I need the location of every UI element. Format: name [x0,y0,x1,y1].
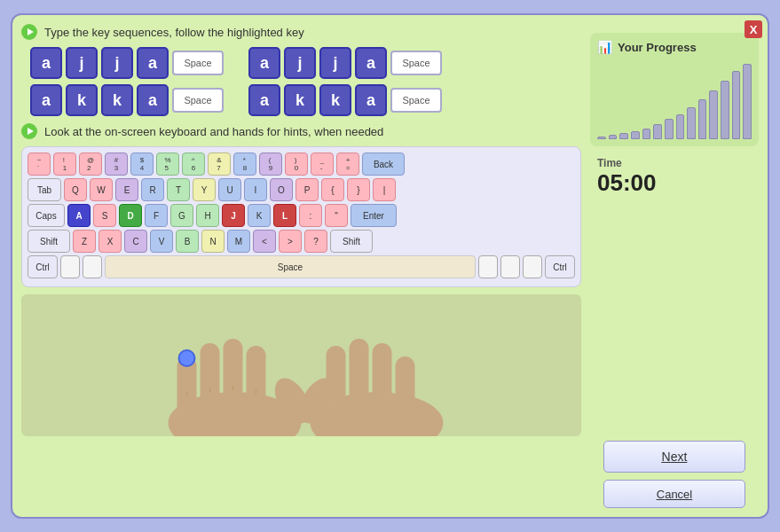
kb-key-minus[interactable]: _- [311,153,334,176]
bar-4 [642,129,651,139]
timer-label: Time [597,157,752,169]
kb-key-j[interactable]: J [222,204,245,227]
kb-key-menu[interactable] [523,255,542,278]
space-box-2: Space [390,51,442,75]
bar-3 [631,131,640,139]
kb-key-lshift[interactable]: Shift [28,230,70,253]
bar-8 [687,107,696,139]
kb-key-f[interactable]: F [145,204,168,227]
kb-key-c[interactable]: C [124,230,147,253]
key-j-3: j [284,47,316,79]
kb-key-q[interactable]: Q [64,178,87,201]
kb-key-rbracket[interactable]: } [347,178,370,201]
kb-row-2: Caps A S D F G H J K L : " Enter [28,204,575,227]
kb-key-r[interactable]: R [141,178,164,201]
kb-key-semicolon[interactable]: : [299,204,322,227]
kb-key-y[interactable]: Y [193,178,216,201]
play-icon-2[interactable] [21,123,37,139]
bar-5 [653,124,662,139]
kb-key-equals[interactable]: += [336,153,359,176]
kb-key-7[interactable]: &7 [208,153,231,176]
kb-key-l[interactable]: L [273,204,296,227]
kb-key-enter[interactable]: Enter [351,204,397,227]
kb-row-0: ~` !1 @2 #3 $4 %5 ^6 &7 *8 (9 )0 _- += B… [28,153,575,176]
kb-key-slash[interactable]: ? [304,230,327,253]
kb-key-g[interactable]: G [170,204,193,227]
cancel-button[interactable]: Cancel [603,480,745,508]
kb-key-n[interactable]: N [201,230,225,253]
svg-rect-2 [201,343,220,423]
svg-rect-3 [224,339,243,420]
kb-key-tab[interactable]: Tab [28,178,61,201]
kb-key-0[interactable]: )0 [285,153,308,176]
kb-key-x[interactable]: X [98,230,122,253]
kb-key-rctrl[interactable]: Ctrl [545,255,575,278]
kb-key-lctrl[interactable]: Ctrl [28,255,58,278]
kb-key-5[interactable]: %5 [156,153,179,176]
left-hand [169,339,318,436]
kb-key-i[interactable]: I [244,178,267,201]
left-panel: Type the key sequences, follow the highl… [21,24,581,508]
close-button[interactable]: X [745,20,762,38]
kb-row-4: Ctrl Space Ctrl [28,255,575,278]
kb-key-9[interactable]: (9 [259,153,282,176]
instruction-text-2: Look at the on-screen keyboard and hands… [44,125,383,138]
bar-1 [609,135,618,139]
key-a-8: a [355,84,387,116]
kb-key-caps[interactable]: Caps [28,204,65,227]
key-a-3: a [248,47,280,79]
kb-key-t[interactable]: T [167,178,190,201]
key-sequences: a j j a Space a j j a Space a k k a Spac… [21,47,581,116]
key-k-4: k [319,84,351,116]
kb-key-4[interactable]: $4 [130,153,154,176]
kb-key-backslash[interactable]: | [373,178,396,201]
kb-key-lalt[interactable] [83,255,102,278]
kb-key-1[interactable]: !1 [53,153,76,176]
kb-key-3[interactable]: #3 [105,153,128,176]
kb-key-d[interactable]: D [119,204,142,227]
cancel-label: Cancel [657,488,692,501]
kb-key-u[interactable]: U [218,178,241,201]
kb-key-lbracket[interactable]: { [321,178,344,201]
kb-key-v[interactable]: V [150,230,173,253]
kb-key-rshift[interactable]: Shift [330,230,373,253]
kb-key-ralt[interactable] [478,255,498,278]
kb-key-comma[interactable]: < [253,230,276,253]
key-a-2: a [137,47,169,79]
space-box-1: Space [172,51,224,75]
instruction-row-1: Type the key sequences, follow the highl… [21,24,581,40]
kb-key-m[interactable]: M [227,230,250,253]
kb-key-a[interactable]: A [67,204,91,227]
kb-key-p[interactable]: P [295,178,319,201]
hands-svg [21,294,581,436]
bar-7 [676,114,685,139]
bar-13 [743,64,752,139]
kb-key-2[interactable]: @2 [79,153,102,176]
key-j-2: j [101,47,133,79]
kb-key-back[interactable]: Back [362,153,405,176]
next-label: Next [662,450,688,464]
space-box-4: Space [390,88,442,113]
kb-key-o[interactable]: O [270,178,293,201]
kb-key-k[interactable]: K [248,204,271,227]
play-icon-1[interactable] [21,24,37,40]
kb-key-6[interactable]: ^6 [182,153,205,176]
kb-key-b[interactable]: B [176,230,199,253]
progress-title: Your Progress [618,41,697,54]
progress-section: 📊 Your Progress [590,33,759,146]
kb-key-w[interactable]: W [90,178,113,201]
next-button[interactable]: Next [603,441,745,473]
key-k-2: k [101,84,133,116]
kb-row-3: Shift Z X C V B N M < > ? Shift [28,230,575,253]
kb-key-s[interactable]: S [93,204,116,227]
kb-key-quote[interactable]: " [325,204,348,227]
kb-key-8[interactable]: *8 [233,153,256,176]
kb-key-e[interactable]: E [115,178,138,201]
kb-key-space[interactable]: Space [105,255,476,278]
kb-key-rwin[interactable] [500,255,520,278]
kb-key-tilde[interactable]: ~` [28,153,51,176]
kb-key-h[interactable]: H [196,204,219,227]
kb-key-lwin[interactable] [60,255,80,278]
kb-key-period[interactable]: > [279,230,302,253]
kb-key-z[interactable]: Z [73,230,96,253]
